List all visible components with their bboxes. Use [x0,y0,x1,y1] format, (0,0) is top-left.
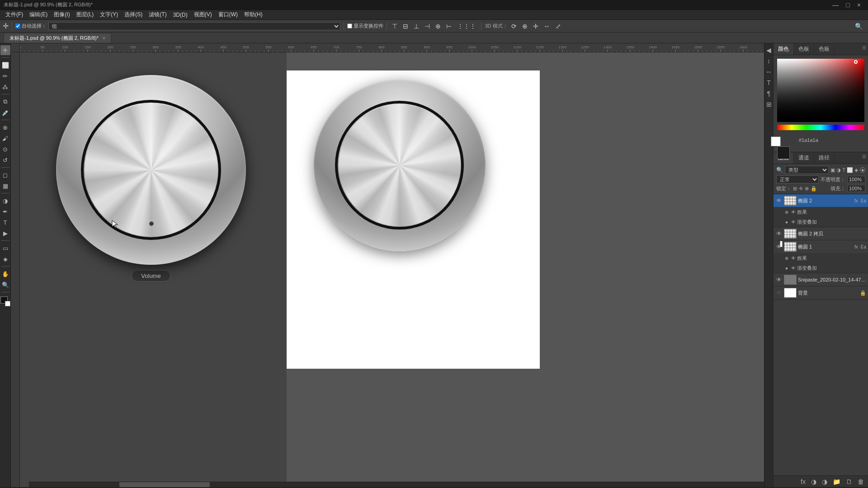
vis-ellipse2[interactable]: 👁 [775,197,783,204]
sub-vis-blend2[interactable]: 👁 [791,220,796,225]
tab-paths[interactable]: 路径 [814,152,835,164]
ri-icon2[interactable]: ↔ [765,68,773,76]
menu-edit[interactable]: 编辑(E) [27,10,50,19]
layer-item-bg[interactable]: 👁 背景 🔒 [774,286,868,299]
tool-lasso[interactable]: ✏ [0,71,10,81]
ri-icon3[interactable]: T [765,79,773,87]
h-scrollbar-thumb[interactable] [119,482,210,487]
maximize-button[interactable]: □ [842,1,853,9]
lock-pos-icon[interactable]: ✛ [799,186,803,192]
layers-menu-icon[interactable]: ☰ [860,152,868,164]
ri-icon1[interactable]: ↕ [765,57,773,65]
menu-help[interactable]: 帮助(H) [241,10,265,19]
filter-toggle[interactable]: ● [860,167,865,173]
3d-icon5[interactable]: ⤢ [554,22,563,31]
fg-swatch[interactable] [777,146,790,159]
tool-zoom[interactable]: 🔍 [0,280,10,290]
3d-icon3[interactable]: ✛ [531,22,540,31]
3d-icon2[interactable]: ⊕ [520,22,529,31]
3d-icon1[interactable]: ⟳ [509,22,519,31]
align-left-icon[interactable]: ⊣ [423,22,432,31]
tool-move[interactable]: ✛ [0,45,10,55]
fx-ellipse1[interactable]: fx [853,244,859,249]
align-bottom-icon[interactable]: ⊥ [412,22,421,31]
auto-select-toggle[interactable]: 自动选择： [15,23,47,29]
lock-pixel-icon[interactable]: ⊞ [793,186,797,192]
tab-swatches[interactable]: 色板 [794,43,814,55]
tool-pen[interactable]: ✒ [0,206,10,216]
hue-thumb[interactable] [780,241,783,247]
tab-channels[interactable]: 通道 [794,152,814,164]
color-spectrum[interactable] [777,59,864,122]
tab-color[interactable]: 颜色 [774,43,794,55]
lock-all-icon[interactable]: 🔒 [811,186,817,192]
align-top-icon[interactable]: ⊤ [390,22,399,31]
menu-text[interactable]: 文字(Y) [97,10,121,19]
minimize-button[interactable]: — [829,1,842,9]
filter-shape-icon[interactable]: ⬜ [847,167,853,173]
add-adjustment-btn[interactable]: ◑ [821,477,829,486]
tool-marquee[interactable]: ⬜ [0,60,10,70]
menu-image[interactable]: 图像(I) [51,10,72,19]
delete-layer-btn[interactable]: 🗑 [856,477,865,486]
align-right-icon[interactable]: ⊢ [444,22,453,31]
lock-artboard-icon[interactable]: ⊕ [805,186,809,192]
add-style-btn[interactable]: fx [799,477,807,486]
menu-filter[interactable]: 滤镜(T) [146,10,169,19]
hue-slider[interactable] [777,125,864,130]
collapse-panel-btn[interactable]: ◀ [765,46,773,54]
menu-3d[interactable]: 3D(D) [170,11,190,19]
color-selector-dot[interactable] [854,60,858,64]
tool-path-select[interactable]: ▶ [0,228,10,238]
sub-vis-effect2[interactable]: 👁 [791,210,796,215]
h-scrollbar[interactable] [29,482,764,487]
align-vcenter-icon[interactable]: ⊟ [401,22,410,31]
menu-select[interactable]: 选择(S) [122,10,145,19]
fill-input[interactable] [847,185,865,192]
align-hcenter-icon[interactable]: ⊕ [434,22,443,31]
fx-ellipse2[interactable]: fx [853,198,859,203]
layer-item-ellipse2copy[interactable]: 👁 椭圆 2 拷贝 [774,227,868,240]
menu-window[interactable]: 窗口(W) [216,10,241,19]
tool-heal[interactable]: ⊕ [0,122,10,132]
tool-3d[interactable]: ◈ [0,254,10,264]
3d-icon4[interactable]: ↔ [542,22,552,31]
opacity-input[interactable] [847,176,865,183]
add-group-btn[interactable]: 📁 [831,477,842,486]
add-mask-btn[interactable]: ◑ [810,477,818,486]
tool-brush[interactable]: 🖌 [0,133,10,143]
vis-snipaste[interactable]: 👁 [775,276,783,283]
menu-file[interactable]: 文件(F) [3,10,26,19]
panel-menu-icon[interactable]: ☰ [860,43,868,55]
vis-ellipse2copy[interactable]: 👁 [775,230,783,237]
ri-icon4[interactable]: ¶ [765,89,773,98]
filter-smart-icon[interactable]: ◈ [854,167,858,173]
ri-icon5[interactable]: ⊞ [765,100,773,108]
tool-wand[interactable]: ⁂ [0,82,10,92]
tool-eraser[interactable]: ◻ [0,170,10,180]
tool-history-brush[interactable]: ↺ [0,155,10,165]
search-icon[interactable]: 🔍 [855,23,863,30]
tool-gradient[interactable]: ▦ [0,181,10,191]
menu-layer[interactable]: 图层(L) [74,10,97,19]
tool-clone[interactable]: ⊙ [0,144,10,154]
layer-item-snipaste[interactable]: 👁 Snipaste_2020-02-10_14-47-18 [774,273,868,286]
vis-bg[interactable]: 👁 [775,289,783,296]
tool-eyedropper[interactable]: 💉 [0,108,10,117]
filter-pixel-icon[interactable]: ▣ [830,167,835,173]
auto-select-dropdown[interactable]: 组 图层 [48,22,340,30]
filter-adjust-icon[interactable]: ◑ [836,167,841,173]
filter-text-icon[interactable]: T [842,167,845,173]
sub-vis-blend1[interactable]: 👁 [791,266,796,271]
auto-select-checkbox[interactable] [15,23,20,28]
tool-hand[interactable]: ✋ [0,269,10,279]
active-tab[interactable]: 未标题-1.psd @ 90.9% (椭圆 2, RGB/8)* × [4,33,111,43]
tool-shape[interactable]: ▭ [0,243,10,253]
layer-type-select[interactable]: 类型 名称 [785,166,829,174]
menu-view[interactable]: 视图(V) [191,10,215,19]
blend-mode-select[interactable]: 正常 溶解 正片叠底 [776,175,819,183]
tab-close-icon[interactable]: × [103,36,105,41]
tool-text[interactable]: T [0,217,10,227]
color-switcher[interactable] [0,296,10,306]
transform-toggle[interactable]: 显示变换控件 [347,23,383,29]
